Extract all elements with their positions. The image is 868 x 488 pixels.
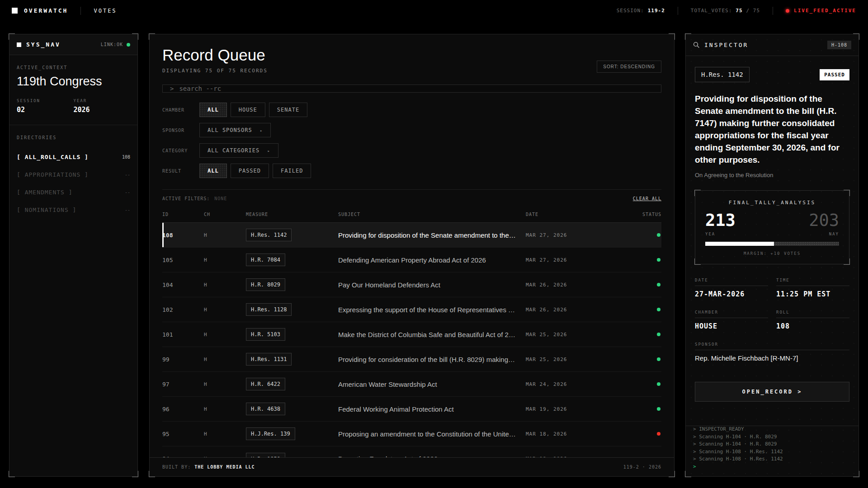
date-label: DATE	[695, 278, 768, 286]
dir-count: --	[125, 172, 130, 177]
sponsor-value: Rep. Michelle Fischbach [R-MN-7]	[695, 354, 849, 362]
sponsor-label: SPONSOR	[695, 342, 849, 350]
terminal-line: > INSPECTOR_READY	[693, 426, 851, 433]
col-subject: SUBJECT	[338, 212, 526, 217]
search-prompt: >	[170, 85, 174, 92]
chamber-senate-button[interactable]: SENATE	[269, 103, 307, 117]
sidebar-item-appropriations[interactable]: [ APPROPRIATIONS ] --	[17, 166, 130, 183]
record-count-subtitle: DISPLAYING 75 OF 75 RECORDS	[162, 68, 661, 74]
built-by-value: THE LOBBY MEDIA LLC	[194, 465, 255, 469]
topbar-status: SESSION: 119-2 TOTAL_VOTES: 75 / 75 LIVE…	[617, 7, 856, 15]
measure-description: Providing for disposition of the Senate …	[695, 93, 849, 166]
divider	[773, 7, 773, 15]
result-passed-button[interactable]: PASSED	[231, 164, 269, 178]
nay-label: NAY	[829, 232, 839, 236]
table-row[interactable]: 95 H H.J.Res. 139 Proposing an amendment…	[162, 422, 661, 446]
sort-button[interactable]: SORT: DESCENDING	[597, 61, 661, 73]
table-row[interactable]: 99 H H.Res. 1131 Providing for considera…	[162, 347, 661, 372]
table-row[interactable]: 94 H H.R. 1958 Deporting Fraudsters Act …	[162, 446, 661, 457]
result-badge: PASSED	[820, 69, 849, 80]
page-title: Record Queue	[162, 46, 661, 64]
sidebar-item-nominations[interactable]: [ NOMINATIONS ] --	[17, 201, 130, 219]
measure-chip: H.J.Res. 139	[246, 427, 295, 440]
terminal-line: > Scanning H-104 · H.R. 8029	[693, 441, 851, 448]
category-dropdown[interactable]: ALL CATEGORIES ▸	[199, 143, 278, 158]
dir-count: 108	[122, 155, 130, 160]
tally-bar	[705, 242, 839, 246]
clear-all-link[interactable]: CLEAR ALL	[633, 196, 661, 201]
search-box[interactable]: >	[162, 84, 661, 93]
active-context-section: ACTIVE_CONTEXT 119th Congress SESSION 02…	[9, 55, 137, 125]
measure-chip: H.R. 7084	[246, 253, 285, 266]
sponsor-dropdown[interactable]: ALL SPONSORS ▸	[199, 123, 271, 137]
chamber-label: CHAMBER	[695, 310, 768, 318]
table-row[interactable]: 102 H H.Res. 1128 Expressing the support…	[162, 297, 661, 322]
active-filters-bar: ACTIVE FILTERS: NONE CLEAR ALL	[162, 189, 661, 207]
measure-chip: H.R. 5103	[246, 328, 285, 341]
sidebar-item-amendments[interactable]: [ AMENDMENTS ] --	[17, 183, 130, 201]
session-label: SESSION:	[617, 8, 644, 14]
total-votes-current: 75	[736, 8, 742, 14]
result-filter-label: RESULT	[162, 169, 199, 174]
sidebar-item-all-roll-calls[interactable]: [ ALL_ROLL_CALLS ] 108	[17, 148, 130, 166]
measure-chip: H.R. 8029	[246, 278, 285, 291]
dir-count: --	[125, 207, 130, 212]
live-feed-indicator: LIVE_FEED_ACTIVE	[786, 8, 856, 14]
inspector-terminal: > INSPECTOR_READY > Scanning H-104 · H.R…	[686, 426, 859, 476]
terminal-prompt: >	[693, 463, 851, 471]
search-input[interactable]	[179, 85, 654, 92]
time-value: 11:25 PM EST	[776, 290, 849, 298]
sidebar-header: SYS_NAV LINK:OK	[9, 34, 137, 55]
col-date: DATE	[526, 212, 634, 217]
record-fields: DATE 27-MAR-2026 TIME 11:25 PM EST CHAMB…	[695, 278, 849, 362]
search-icon	[693, 42, 700, 48]
divider	[678, 7, 678, 15]
category-filter-label: CATEGORY	[162, 148, 199, 153]
nav-square-icon	[17, 42, 21, 47]
divider	[80, 7, 81, 15]
measure-chip: H.R. 1958	[246, 453, 285, 458]
status-dot-icon	[657, 308, 660, 311]
tally-title: FINAL_TALLY_ANALYSIS	[705, 200, 839, 206]
inspector-badge: H-108	[827, 41, 851, 49]
active-context-title: 119th Congress	[17, 75, 130, 89]
status-dot-icon	[657, 407, 660, 411]
terminal-line: > Scanning H-108 · H.Res. 1142	[693, 455, 851, 463]
roll-label: ROLL	[776, 310, 849, 318]
inspector-panel: INSPECTOR H-108 H.Res. 1142 PASSED Provi…	[685, 34, 859, 477]
chamber-house-button[interactable]: HOUSE	[231, 103, 265, 117]
chamber-all-button[interactable]: ALL	[199, 103, 227, 117]
roll-value: 108	[776, 322, 849, 330]
table-row[interactable]: 108 H H.Res. 1142 Providing for disposit…	[162, 223, 661, 248]
table-row[interactable]: 101 H H.R. 5103 Make the District of Col…	[162, 322, 661, 347]
sys-nav-panel: SYS_NAV LINK:OK ACTIVE_CONTEXT 119th Con…	[9, 34, 138, 477]
table-row[interactable]: 104 H H.R. 8029 Pay Our Homeland Defende…	[162, 272, 661, 297]
result-failed-button[interactable]: FAILED	[273, 164, 311, 178]
dir-count: --	[125, 190, 130, 195]
table-row[interactable]: 97 H H.R. 6422 American Water Stewardshi…	[162, 372, 661, 397]
record-queue-panel: Record Queue DISPLAYING 75 OF 75 RECORDS…	[149, 34, 675, 477]
terminal-line: > Scanning H-104 · H.R. 8029	[693, 433, 851, 441]
directories-label: DIRECTORIES	[17, 135, 130, 140]
open-record-button[interactable]: OPEN_RECORD >	[695, 382, 849, 402]
vote-question: On Agreeing to the Resolution	[695, 172, 849, 178]
result-all-button[interactable]: ALL	[199, 164, 227, 178]
nav-tab-votes[interactable]: VOTES	[94, 8, 117, 14]
active-context-label: ACTIVE_CONTEXT	[17, 65, 130, 70]
status-dot-icon	[657, 457, 660, 458]
col-status: STATUS	[634, 212, 661, 217]
col-ch: CH	[204, 212, 246, 217]
table-body: 108 H H.Res. 1142 Providing for disposit…	[162, 223, 661, 457]
link-status: LINK:OK	[101, 42, 130, 47]
table-row[interactable]: 96 H H.R. 4638 Federal Working Animal Pr…	[162, 397, 661, 422]
nay-count: 203	[809, 212, 839, 229]
measure-chip: H.R. 4638	[246, 403, 285, 415]
tally-bar-fill	[705, 242, 774, 246]
table-row[interactable]: 105 H H.R. 7084 Defending American Prope…	[162, 248, 661, 272]
status-dot-icon	[657, 432, 660, 436]
table-header: ID CH MEASURE SUBJECT DATE STATUS	[162, 207, 661, 223]
date-value: 27-MAR-2026	[695, 290, 768, 298]
brand-square-icon	[12, 8, 18, 14]
topbar: OVERWATCH VOTES SESSION: 119-2 TOTAL_VOT…	[0, 0, 868, 21]
total-votes-label: TOTAL_VOTES:	[691, 8, 732, 14]
